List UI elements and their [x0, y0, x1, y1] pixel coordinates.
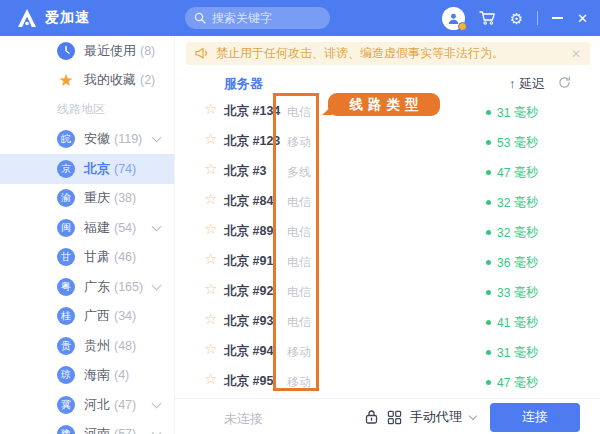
- gear-icon: ⚙: [510, 11, 523, 26]
- line-type: 电信: [287, 104, 311, 121]
- app-window: 爱加速: [0, 0, 600, 434]
- cart-button[interactable]: [479, 10, 496, 26]
- server-row[interactable]: ☆ 北京 #123 移动 53 毫秒: [175, 125, 600, 155]
- server-column-title: 服务器: [224, 75, 263, 93]
- favorite-star-icon[interactable]: ☆: [204, 251, 217, 266]
- chevron-down-icon[interactable]: [152, 398, 162, 408]
- latency-value: 47 毫秒: [486, 164, 538, 181]
- line-type: 电信: [287, 194, 311, 211]
- status-dot-icon: [486, 260, 491, 265]
- region-label: 海南: [84, 366, 110, 384]
- server-name: 北京 #123: [224, 133, 280, 150]
- server-row[interactable]: ☆ 北京 #84 电信 32 毫秒: [175, 185, 600, 215]
- favorite-star-icon[interactable]: ☆: [204, 311, 217, 326]
- chevron-down-icon[interactable]: [152, 280, 162, 290]
- close-icon: ✕: [577, 12, 588, 25]
- region-count: (119): [114, 132, 142, 146]
- sidebar-item-region[interactable]: 桂 广西 (34): [0, 302, 174, 332]
- server-row[interactable]: ☆ 北京 #3 多线 47 毫秒: [175, 155, 600, 185]
- region-count: (47): [114, 398, 136, 412]
- megaphone-icon: [195, 47, 209, 60]
- server-row[interactable]: ☆ 北京 #92 电信 33 毫秒: [175, 275, 600, 305]
- favorite-star-icon[interactable]: ☆: [204, 371, 217, 386]
- favorite-star-icon[interactable]: ☆: [204, 161, 217, 176]
- sidebar-item-region[interactable]: 冀 河北 (47): [0, 390, 174, 420]
- latency-number: 47: [497, 166, 510, 180]
- search-input[interactable]: [212, 11, 321, 25]
- user-avatar[interactable]: [442, 7, 465, 30]
- latency-number: 41: [497, 316, 510, 330]
- line-type: 电信: [287, 254, 311, 271]
- lock-mode-button[interactable]: [364, 409, 379, 425]
- latency-unit: 毫秒: [514, 374, 538, 391]
- sidebar-item-recent[interactable]: 最近使用 (8): [0, 36, 174, 66]
- region-label: 河南: [84, 425, 110, 434]
- sidebar-item-region[interactable]: 渝 重庆 (38): [0, 184, 174, 214]
- server-row[interactable]: ☆ 北京 #94 移动 31 毫秒: [175, 335, 600, 365]
- line-type: 移动: [287, 344, 311, 361]
- favorite-star-icon[interactable]: ☆: [204, 191, 217, 206]
- latency-value: 31 毫秒: [486, 344, 538, 361]
- banner-close-icon[interactable]: ✕: [571, 47, 581, 61]
- favorite-star-icon[interactable]: ☆: [204, 221, 217, 236]
- region-count: (46): [114, 250, 136, 264]
- sort-by-latency[interactable]: ↑ 延迟: [509, 75, 545, 93]
- sidebar-item-favorites[interactable]: ★ 我的收藏 (2): [0, 66, 174, 96]
- status-dot-icon: [486, 350, 491, 355]
- favorite-star-icon[interactable]: ☆: [204, 281, 217, 296]
- chevron-down-icon[interactable]: [469, 411, 477, 419]
- server-list: ☆ 北京 #134 电信 31 毫秒 ☆ 北京 #123 移动: [175, 95, 600, 395]
- title-bar: 爱加速: [0, 0, 600, 36]
- chevron-down-icon[interactable]: [152, 133, 162, 143]
- server-row[interactable]: ☆ 北京 #91 电信 36 毫秒: [175, 245, 600, 275]
- favorite-star-icon[interactable]: ☆: [204, 341, 217, 356]
- latency-unit: 毫秒: [514, 344, 538, 361]
- latency-number: 32: [497, 226, 510, 240]
- region-badge-icon: 皖: [57, 130, 75, 148]
- connect-button[interactable]: 连接: [490, 403, 580, 432]
- favorite-star-icon[interactable]: ☆: [204, 101, 217, 116]
- latency-value: 31 毫秒: [486, 104, 538, 121]
- region-count: (34): [114, 309, 136, 323]
- chevron-down-icon[interactable]: [152, 221, 162, 231]
- settings-button[interactable]: ⚙: [510, 11, 523, 26]
- sidebar-item-region[interactable]: 皖 安徽 (119): [0, 125, 174, 155]
- region-label: 甘肃: [84, 248, 110, 266]
- sidebar-item-label: 最近使用: [84, 42, 136, 60]
- status-dot-icon: [486, 140, 491, 145]
- refresh-button[interactable]: [558, 75, 571, 93]
- server-row[interactable]: ☆ 北京 #95 移动 47 毫秒: [175, 365, 600, 395]
- sidebar-item-region[interactable]: 京 北京 (74): [0, 154, 174, 184]
- region-label: 重庆: [84, 189, 110, 207]
- close-button[interactable]: ✕: [577, 12, 588, 25]
- region-badge-icon: 渝: [57, 189, 75, 207]
- server-name: 北京 #3: [224, 163, 266, 180]
- server-row[interactable]: ☆ 北京 #93 电信 41 毫秒: [175, 305, 600, 335]
- minimize-icon: [552, 17, 563, 19]
- proxy-mode-dropdown[interactable]: 手动代理: [410, 408, 462, 426]
- favorite-star-icon[interactable]: ☆: [204, 131, 217, 146]
- region-list: 皖 安徽 (119) 京 北京 (74) 渝 重庆 (38): [0, 125, 174, 434]
- sidebar-item-region[interactable]: 粤 广东 (165): [0, 272, 174, 302]
- minimize-button[interactable]: [552, 17, 563, 19]
- search-box[interactable]: [185, 7, 330, 29]
- sidebar-item-region[interactable]: 贵 贵州 (48): [0, 331, 174, 361]
- region-badge-icon: 甘: [57, 248, 75, 266]
- sidebar-item-region[interactable]: 甘 甘肃 (46): [0, 243, 174, 273]
- sidebar-item-region[interactable]: 豫 河南 (57): [0, 420, 174, 434]
- server-row[interactable]: ☆ 北京 #89 电信 32 毫秒: [175, 215, 600, 245]
- grid-icon: [387, 410, 402, 425]
- sidebar-item-region[interactable]: 闽 福建 (54): [0, 213, 174, 243]
- sidebar-item-region[interactable]: 琼 海南 (4): [0, 361, 174, 391]
- chevron-down-icon[interactable]: [152, 428, 162, 434]
- server-name: 北京 #134: [224, 103, 280, 120]
- app-logo-icon: [16, 7, 38, 29]
- latency-value: 41 毫秒: [486, 314, 538, 331]
- clock-icon: [57, 42, 75, 60]
- latency-value: 33 毫秒: [486, 284, 538, 301]
- sidebar-section-label: 线路地区: [0, 95, 174, 125]
- latency-number: 31: [497, 346, 510, 360]
- latency-value: 32 毫秒: [486, 224, 538, 241]
- app-mode-button[interactable]: [387, 410, 402, 425]
- status-dot-icon: [486, 200, 491, 205]
